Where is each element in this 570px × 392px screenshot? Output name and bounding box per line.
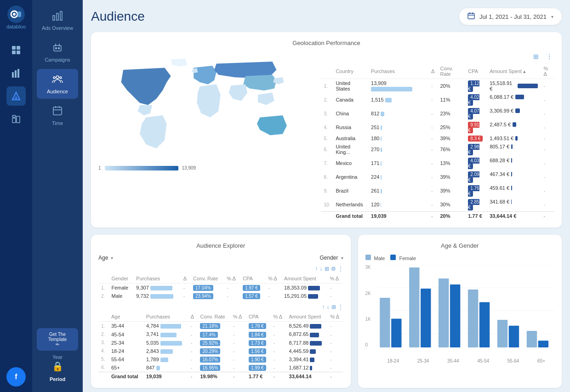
age-sort-down-btn[interactable]: ↓	[327, 304, 330, 310]
row-cpa: 4.02 €	[465, 93, 487, 107]
bottom-panels: Audience Explorer Age ▾ Gender ▾ ↑ ↓ ⊞ ⚙…	[91, 235, 562, 392]
female-legend-dot	[390, 255, 396, 260]
date-picker[interactable]: Jul 1, 2021 - Jul 31, 2021 ▾	[459, 8, 562, 25]
facebook-nav-icon[interactable]: f	[6, 367, 26, 386]
svg-rect-2	[17, 11, 21, 17]
row-cpa: 2.85 €	[465, 198, 487, 212]
grid-nav-icon[interactable]	[6, 40, 26, 60]
geolocation-title: Geolocation Performance	[98, 40, 554, 46]
age-grand-total-row: Grand total 19,039 - 19.98% - 1.77 € - 3…	[98, 372, 343, 381]
nav-campaigns[interactable]: Campaigns	[37, 37, 78, 67]
nav-ads-overview[interactable]: Ads Overview	[37, 6, 78, 35]
row-country: Netherlands	[333, 198, 368, 212]
ae-filters: Age ▾ Gender ▾	[98, 255, 343, 261]
more-btn[interactable]: ⋮	[338, 266, 343, 272]
nav-audience-label: Audience	[47, 89, 68, 94]
geo-table-row: 6. United King... 270 - 76% 2.98 € 805.1…	[321, 142, 554, 156]
gcol-purchases: Purchases	[133, 274, 180, 284]
svg-rect-5	[12, 51, 16, 54]
svg-rect-18	[60, 11, 62, 20]
amount-bar	[511, 172, 512, 176]
map-legend-left: 1	[98, 165, 101, 170]
gender-table-row: 2. Male 9,732 - 23.94% - 1.57 € - 15,291…	[98, 292, 343, 300]
row-amount: 805.17 €	[487, 142, 541, 151]
google-ads-nav-icon[interactable]: ▲	[6, 86, 26, 106]
purchases-bar	[381, 203, 381, 207]
age-gender-title: Age & Gender	[365, 242, 554, 249]
sort-up-btn[interactable]: ↑	[315, 266, 318, 272]
logo-icon	[7, 6, 25, 23]
gcol-pct3: % Δ	[327, 274, 343, 284]
row-cpa: 4.07 €	[465, 107, 487, 120]
row-purchases: 812	[368, 107, 428, 120]
map-legend-right: 13,909	[182, 165, 196, 170]
row-conv-rate: 39%	[437, 170, 465, 184]
get-template-button[interactable]: Get The Template ✏	[37, 328, 78, 351]
get-template-label: Get The Template	[48, 332, 67, 342]
age-expand-btn[interactable]: ⊞	[331, 304, 336, 310]
geo-more-icon[interactable]: ⋮	[544, 52, 554, 61]
svg-point-25	[53, 77, 55, 79]
col-amount[interactable]: Amount Spent ▴	[487, 64, 541, 79]
nav-bottom: Get The Template ✏ Year 🔒 Period	[37, 328, 78, 386]
acol-delta: Δ	[188, 312, 198, 322]
acol-pct1: % Δ	[230, 312, 246, 322]
row-purchases: 13,909	[368, 79, 428, 93]
gt-amount: 33,644.14 €	[487, 212, 541, 221]
row-country: Canada	[333, 93, 368, 107]
row-country: United States	[333, 79, 368, 93]
row-delta: -	[428, 170, 437, 184]
legend-bar	[105, 166, 178, 170]
purchases-bar	[381, 125, 382, 130]
svg-rect-13	[12, 118, 16, 123]
purchases-bar	[381, 161, 382, 166]
age-more-btn[interactable]: ⋮	[338, 304, 343, 310]
row-conv-rate: 13%	[437, 156, 465, 170]
age-table-controls: ↑ ↓ ⊞ ⋮	[98, 304, 343, 310]
gcol-delta: Δ	[181, 274, 190, 284]
col-delta: Δ	[428, 64, 437, 79]
x-label-65plus: 65+	[537, 358, 545, 364]
acol-age: Age	[108, 312, 143, 322]
nav-time[interactable]: Time	[37, 101, 78, 131]
row-cpa: 2.09 €	[465, 170, 487, 184]
edit-icon: ✏	[56, 342, 59, 347]
geo-expand-icon[interactable]: ⊞	[531, 52, 541, 61]
x-label-55-64: 55-64	[507, 358, 519, 364]
amount-bar	[513, 122, 516, 127]
row-rank: 7.	[321, 156, 333, 170]
svg-rect-31	[468, 13, 474, 19]
female-legend: Female	[390, 255, 416, 261]
purchases-bar	[385, 98, 392, 102]
acol-rank	[98, 312, 108, 322]
sort-down-btn[interactable]: ↓	[320, 266, 323, 272]
svg-rect-16	[53, 16, 55, 20]
row-amount: 6,088.17 €	[487, 93, 541, 101]
x-label-45-54: 45-54	[477, 358, 489, 364]
chart-nav-icon[interactable]	[6, 63, 26, 83]
geo-table-header: ⊞ ⋮	[321, 52, 554, 61]
purchases-bar	[381, 175, 382, 180]
nav-audience[interactable]: Audience	[37, 69, 78, 99]
tools-nav-icon[interactable]	[6, 109, 26, 129]
row-amount: 15,518.91 €	[487, 79, 541, 93]
x-axis-labels: 18-24 25-34 35-44 45-54 55-64 65+	[378, 358, 554, 364]
settings-btn[interactable]: ⚙	[331, 266, 336, 272]
row-conv-rate: 39%	[437, 134, 465, 142]
logo: databloo	[6, 6, 26, 29]
nav-time-label: Time	[52, 120, 63, 126]
age-table-row: 4. 18-24 2,843 - 20.29% - 1.56 € - 4,445…	[98, 347, 343, 355]
gcol-gender: Gender	[108, 274, 133, 284]
col-purchases: Purchases	[368, 64, 428, 79]
ads-overview-icon	[52, 10, 63, 23]
age-sort-up-btn[interactable]: ↑	[322, 304, 325, 310]
nav-panel: Ads Overview Campaigns Audience	[32, 0, 83, 392]
expand-btn[interactable]: ⊞	[325, 266, 329, 272]
campaigns-icon	[52, 42, 63, 55]
row-rank: 1.	[321, 79, 333, 93]
age-table-row: 1. 35-44 4,784 - 21.18% - 1.78 € - 8,526…	[98, 322, 343, 330]
age-filter-label: Age	[98, 255, 108, 261]
amount-bar	[515, 108, 520, 113]
gt-conv-rate: 20%	[437, 212, 465, 221]
row-rank: 2.	[321, 93, 333, 107]
